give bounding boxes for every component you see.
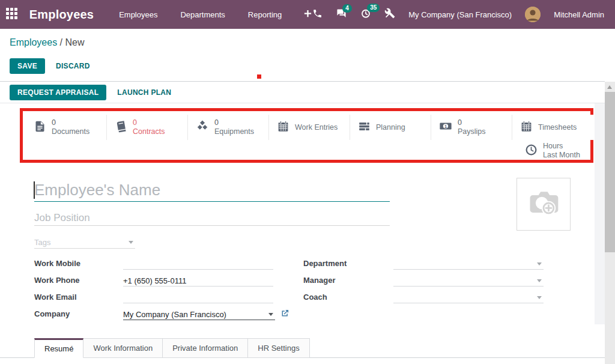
- work-mobile-field: [123, 258, 273, 270]
- crossed-tools-icon: [384, 8, 395, 21]
- red-marker-dot: [257, 74, 261, 79]
- app-menu: Employees Departments Reporting: [119, 10, 282, 19]
- stat-button-contracts[interactable]: 0Contracts: [107, 115, 188, 140]
- request-appraisal-button[interactable]: REQUEST APPRAISAL: [10, 85, 106, 100]
- work-phone-field: [123, 275, 273, 287]
- document-icon: [34, 120, 46, 135]
- stat-count: 0: [458, 118, 486, 127]
- stat-button-timesheets[interactable]: Timesheets: [512, 115, 593, 140]
- stat-label: Planning: [376, 123, 405, 132]
- company-input[interactable]: [123, 309, 275, 320]
- job-position-input[interactable]: [34, 210, 390, 225]
- job-position-field-wrap: [34, 210, 390, 226]
- tab-hr-settings[interactable]: HR Settings: [248, 338, 309, 358]
- work-mobile-input[interactable]: [123, 259, 273, 270]
- tab-work-information[interactable]: Work Information: [83, 338, 163, 358]
- stat-label: Equipments: [214, 127, 254, 136]
- launch-plan-button[interactable]: LAUNCH PLAN: [115, 85, 174, 100]
- coach-input[interactable]: [393, 293, 544, 303]
- department-label: Department: [303, 259, 347, 268]
- discard-button[interactable]: DISCARD: [53, 58, 92, 74]
- chevron-down-icon[interactable]: [268, 313, 273, 316]
- form-action-buttons: SAVE DISCARD: [10, 58, 92, 74]
- scrollbar-thumb[interactable]: [605, 92, 615, 252]
- calendar-icon: [277, 120, 289, 135]
- stat-label: Payslips: [458, 127, 486, 136]
- coach-label: Coach: [303, 293, 327, 302]
- statusbar: REQUEST APPRAISAL LAUNCH PLAN: [0, 82, 605, 103]
- menu-item-reporting[interactable]: Reporting: [248, 10, 282, 19]
- clock-icon: [525, 144, 538, 159]
- messages-count-badge: 4: [342, 4, 352, 13]
- scrollbar[interactable]: [605, 82, 615, 364]
- company-label: Company: [34, 309, 70, 318]
- banknote-icon: 1: [439, 120, 452, 135]
- developer-tools-button[interactable]: [384, 8, 395, 21]
- work-phone-label: Work Phone: [34, 276, 80, 285]
- tab-resume[interactable]: Resumé: [34, 338, 83, 358]
- apps-menu-button[interactable]: [0, 8, 23, 22]
- stat-count: 0: [133, 118, 165, 127]
- chevron-down-icon[interactable]: [537, 279, 542, 282]
- book-icon: [115, 120, 127, 135]
- work-phone-input[interactable]: [123, 276, 273, 287]
- breadcrumb-separator: /: [57, 37, 65, 47]
- user-avatar[interactable]: [525, 7, 541, 22]
- top-navbar: Employees Employees Departments Reportin…: [0, 0, 615, 29]
- stat-label: Work Entries: [295, 123, 338, 132]
- breadcrumb-current: New: [65, 37, 85, 47]
- stat-label: Timesheets: [538, 123, 577, 132]
- breadcrumb-parent[interactable]: Employees: [10, 37, 57, 47]
- tags-field-wrap: [34, 236, 135, 249]
- department-input[interactable]: [393, 259, 544, 270]
- stat-button-documents[interactable]: 0Documents: [26, 115, 107, 140]
- employee-name-input[interactable]: [34, 179, 390, 201]
- chevron-down-icon[interactable]: [129, 241, 133, 244]
- activities-button[interactable]: 35: [360, 8, 371, 21]
- employee-photo-upload[interactable]: [517, 178, 571, 231]
- stat-count: 0: [214, 118, 254, 127]
- stat-button-work-entries[interactable]: Work Entries: [269, 115, 350, 140]
- menu-item-departments[interactable]: Departments: [180, 10, 225, 19]
- planning-bars-icon: [358, 120, 371, 135]
- employee-form-page: Employees Employees Departments Reportin…: [0, 0, 615, 364]
- apps-grid-icon: [6, 8, 17, 22]
- menu-item-employees[interactable]: Employees: [119, 10, 157, 19]
- quick-create-button[interactable]: [303, 9, 312, 20]
- work-email-input[interactable]: [123, 293, 273, 303]
- camera-plus-icon: [526, 185, 562, 223]
- chevron-down-icon[interactable]: [537, 262, 542, 265]
- systray: 4 35 My Company (San Francisco) Mitchell…: [312, 7, 615, 22]
- svg-text:1: 1: [444, 124, 447, 129]
- cubes-icon: [196, 120, 209, 135]
- stat-label: Documents: [52, 127, 89, 136]
- company-switcher[interactable]: My Company (San Francisco): [408, 10, 512, 19]
- voip-button[interactable]: [312, 8, 323, 21]
- stat-button-payslips[interactable]: 1 0Payslips: [431, 115, 512, 140]
- sheet-margin-strip: [595, 103, 605, 324]
- manager-input[interactable]: [393, 276, 544, 287]
- scroll-up-arrow-icon[interactable]: [607, 85, 612, 89]
- manager-label: Manager: [303, 276, 335, 285]
- messages-button[interactable]: 4: [336, 8, 347, 21]
- coach-field: [393, 292, 544, 303]
- stat-button-equipments[interactable]: 0Equipments: [188, 115, 269, 140]
- breadcrumb: Employees / New: [10, 37, 85, 48]
- notebook-tabs: Resumé Work Information Private Informat…: [34, 338, 310, 358]
- phone-icon: [312, 8, 323, 21]
- employee-name-field-wrap: [34, 179, 390, 202]
- stat-button-planning[interactable]: Planning: [350, 115, 431, 140]
- tab-private-information[interactable]: Private Information: [163, 338, 248, 358]
- activities-count-badge: 35: [367, 4, 380, 12]
- stat-label: Last Month: [543, 151, 580, 160]
- stat-button-hours-last-month[interactable]: HoursLast Month: [517, 140, 593, 162]
- user-menu[interactable]: Mitchell Admin: [554, 10, 604, 19]
- plus-icon: [303, 9, 312, 20]
- current-app-title[interactable]: Employees: [29, 8, 94, 22]
- chevron-down-icon[interactable]: [537, 296, 542, 299]
- save-button[interactable]: SAVE: [10, 58, 45, 74]
- stat-label: Hours: [543, 142, 580, 151]
- external-link-icon[interactable]: [280, 309, 289, 318]
- department-field: [393, 258, 544, 270]
- tags-input[interactable]: [34, 236, 135, 248]
